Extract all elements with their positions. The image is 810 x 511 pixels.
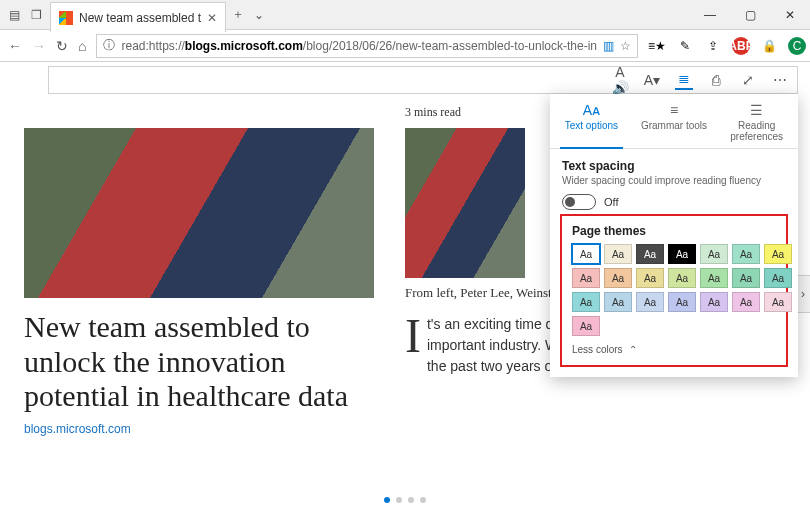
theme-swatch[interactable]: Aa [636, 268, 664, 288]
text-spacing-subtitle: Wider spacing could improve reading flue… [562, 175, 786, 186]
tab-label: Grammar tools [641, 120, 707, 131]
text-options-icon[interactable]: ≣ [675, 70, 693, 90]
article-left-column: New team assembled to unlock the innovat… [24, 128, 374, 436]
theme-swatch[interactable]: Aa [764, 292, 792, 312]
tab-favicon [59, 11, 73, 25]
extension-lock-icon[interactable]: 🔒 [760, 37, 778, 55]
new-tab-button[interactable]: ＋ [232, 6, 244, 23]
read-aloud-icon[interactable]: A🔊 [611, 64, 629, 96]
url-text: read:https://blogs.microsoft.com/blog/20… [121, 39, 597, 53]
theme-swatch[interactable]: Aa [636, 244, 664, 264]
theme-swatch[interactable]: Aa [732, 268, 760, 288]
theme-swatch[interactable]: Aa [572, 244, 600, 264]
extension-abp-icon[interactable]: ABP [732, 37, 750, 55]
themes-grid: AaAaAaAaAaAaAaAaAaAaAaAaAaAaAaAaAaAaAaAa… [572, 244, 776, 336]
chevron-up-icon: ⌃ [629, 344, 637, 355]
theme-swatch[interactable]: Aa [572, 292, 600, 312]
tab-label: Text options [565, 120, 618, 131]
tabs-icon[interactable]: ❐ [28, 7, 44, 23]
theme-swatch[interactable]: Aa [700, 244, 728, 264]
theme-swatch[interactable]: Aa [732, 292, 760, 312]
tab-text-options[interactable]: Aᴀ Text options [550, 94, 633, 148]
toolbar-more-icon[interactable]: ⋯ [771, 72, 789, 88]
theme-swatch[interactable]: Aa [604, 244, 632, 264]
text-spacing-toggle[interactable] [562, 194, 596, 210]
reading-options-panel: Aᴀ Text options ≡ Grammar tools ☰ Readin… [550, 94, 798, 377]
forward-button[interactable]: → [32, 38, 46, 54]
tab-reading-preferences[interactable]: ☰ Reading preferences [715, 94, 798, 148]
page-dot[interactable] [384, 497, 390, 503]
preferences-tab-icon: ☰ [719, 102, 794, 118]
site-info-icon[interactable]: ⓘ [103, 37, 115, 54]
text-size-icon[interactable]: A▾ [643, 72, 661, 88]
tab-dropdown-icon[interactable]: ⌄ [254, 8, 264, 22]
article-source[interactable]: blogs.microsoft.com [24, 422, 374, 436]
reading-list-icon[interactable]: ≡★ [648, 37, 666, 55]
grammar-tab-icon: ≡ [637, 102, 712, 118]
home-button[interactable]: ⌂ [78, 38, 86, 54]
article-hero-image [24, 128, 374, 298]
theme-swatch[interactable]: Aa [572, 316, 600, 336]
theme-swatch[interactable]: Aa [604, 292, 632, 312]
window-close-button[interactable]: ✕ [770, 0, 810, 29]
theme-swatch[interactable]: Aa [668, 268, 696, 288]
page-dot[interactable] [420, 497, 426, 503]
theme-swatch[interactable]: Aa [668, 292, 696, 312]
title-bar: ▤ ❐ New team assembled t ✕ ＋ ⌄ — ▢ ✕ [0, 0, 810, 30]
print-icon[interactable]: ⎙ [707, 72, 725, 88]
theme-swatch[interactable]: Aa [732, 244, 760, 264]
less-colors-label: Less colors [572, 344, 623, 355]
theme-swatch[interactable]: Aa [636, 292, 664, 312]
window-minimize-button[interactable]: — [690, 0, 730, 29]
share-icon[interactable]: ⇪ [704, 37, 722, 55]
tab-title: New team assembled t [79, 11, 201, 25]
theme-swatch[interactable]: Aa [572, 268, 600, 288]
theme-swatch[interactable]: Aa [668, 244, 696, 264]
page-themes-heading: Page themes [572, 224, 776, 238]
theme-swatch[interactable]: Aa [764, 268, 792, 288]
theme-swatch[interactable]: Aa [700, 292, 728, 312]
article-secondary-image [405, 128, 525, 278]
read-time: 3 mins read [405, 105, 461, 120]
sidebar-icon[interactable]: ▤ [6, 7, 22, 23]
theme-swatch[interactable]: Aa [764, 244, 792, 264]
text-options-tab-icon: Aᴀ [554, 102, 629, 118]
tab-label: Reading preferences [730, 120, 783, 142]
reading-toolbar: A🔊 A▾ ≣ ⎙ ⤢ ⋯ [48, 66, 798, 94]
url-field[interactable]: ⓘ read:https://blogs.microsoft.com/blog/… [96, 34, 638, 58]
panel-tabs: Aᴀ Text options ≡ Grammar tools ☰ Readin… [550, 94, 798, 149]
browser-tab[interactable]: New team assembled t ✕ [50, 2, 226, 32]
address-bar: ← → ↻ ⌂ ⓘ read:https://blogs.microsoft.c… [0, 30, 810, 62]
extension-grammarly-icon[interactable]: C [788, 37, 806, 55]
refresh-button[interactable]: ↻ [56, 38, 68, 54]
notes-icon[interactable]: ✎ [676, 37, 694, 55]
page-indicator [384, 497, 426, 503]
page-dot[interactable] [396, 497, 402, 503]
theme-swatch[interactable]: Aa [700, 268, 728, 288]
fullscreen-icon[interactable]: ⤢ [739, 72, 757, 88]
article-headline: New team assembled to unlock the innovat… [24, 310, 374, 414]
drop-cap: I [405, 314, 427, 357]
toggle-state-label: Off [604, 196, 618, 208]
window-maximize-button[interactable]: ▢ [730, 0, 770, 29]
text-spacing-heading: Text spacing [562, 159, 786, 173]
page-dot[interactable] [408, 497, 414, 503]
tab-close-icon[interactable]: ✕ [207, 11, 217, 25]
theme-swatch[interactable]: Aa [604, 268, 632, 288]
tab-grammar-tools[interactable]: ≡ Grammar tools [633, 94, 716, 148]
favorite-icon[interactable]: ☆ [620, 39, 631, 53]
page-themes-section: Page themes AaAaAaAaAaAaAaAaAaAaAaAaAaAa… [560, 214, 788, 367]
reading-view-icon[interactable]: ▥ [603, 39, 614, 53]
less-colors-toggle[interactable]: Less colors ⌃ [572, 344, 776, 355]
back-button[interactable]: ← [8, 38, 22, 54]
